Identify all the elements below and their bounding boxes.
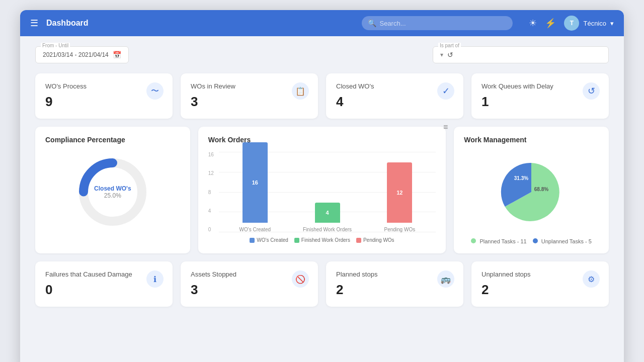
- bar-finished: 4: [315, 203, 340, 223]
- is-part-label: Is part of: [438, 43, 461, 48]
- donut-pct: 25.0%: [94, 192, 131, 199]
- stat-card-wos-review: WOs in Review 3 📋: [181, 73, 318, 119]
- planned-legend-item: Planned Tasks - 11: [471, 238, 526, 244]
- search-icon: 🔍: [368, 19, 376, 27]
- bar-group-created: 16 WO's Created: [219, 142, 291, 232]
- date-picker[interactable]: From - Until 2021/03/14 - 2021/04/14 📅: [35, 46, 129, 63]
- stat-card-title: Work Queues with Delay: [481, 82, 599, 90]
- unplanned-stops-icon: ⚙: [583, 270, 600, 288]
- bar-label-finished: Finished Work Orders: [303, 227, 352, 232]
- assets-stopped-title: Assets Stopped: [191, 270, 308, 278]
- compliance-title: Compliance Percentage: [45, 136, 180, 144]
- main-content: From - Until 2021/03/14 - 2021/04/14 📅 I…: [20, 36, 624, 362]
- navbar-title: Dashboard: [46, 19, 89, 28]
- date-label: From - Until: [41, 43, 70, 48]
- failures-icon: ℹ: [146, 270, 164, 288]
- search-bar[interactable]: 🔍: [362, 16, 513, 30]
- pie-container: 68.8% 31.3% Planned Tasks - 11 Unplanned…: [464, 152, 599, 244]
- pie-chart: 68.8% 31.3%: [491, 152, 572, 232]
- bar-group-pending: 12 Pending WOs: [363, 162, 436, 232]
- planned-legend-dot: [471, 238, 476, 243]
- stat-card-wos-process: WO's Process 9 〜: [35, 73, 173, 119]
- assets-stopped-icon: 🚫: [292, 270, 309, 288]
- wos-review-icon: 📋: [292, 82, 309, 100]
- planned-pct-label: 68.8%: [534, 187, 548, 192]
- unplanned-legend-dot: [533, 238, 538, 243]
- avatar: T: [564, 16, 579, 31]
- y-label-8: 8: [208, 190, 214, 195]
- closed-wos-icon: ✓: [437, 82, 454, 100]
- stat-card-assets-stopped: Assets Stopped 3 🚫: [181, 261, 318, 307]
- hamburger-icon[interactable]: ☰: [30, 18, 38, 29]
- navbar: ☰ Dashboard 🔍 ☀ ⚡ T Técnico ▾: [20, 10, 624, 36]
- bar-label-created: WO's Created: [239, 227, 271, 232]
- bar-label-pending: Pending WOs: [384, 227, 415, 232]
- legend-finished-label: Finished Work Orders: [301, 237, 350, 243]
- bolt-icon[interactable]: ⚡: [545, 18, 556, 29]
- stat-card-closed-wos: Closed WO's 4 ✓: [326, 73, 463, 119]
- bottom-cards-row: Failures that Caused Damage 0 ℹ Assets S…: [35, 261, 609, 307]
- is-part-filter[interactable]: Is part of ▾ ↺: [433, 46, 609, 63]
- work-management-title: Work Management: [464, 136, 599, 144]
- failures-value: 0: [45, 282, 163, 298]
- stat-cards-row: WO's Process 9 〜 WOs in Review 3 📋 Close…: [35, 73, 609, 119]
- donut-center: Closed WO's 25.0%: [94, 185, 131, 199]
- legend-pending-label: Pending WOs: [363, 237, 394, 243]
- user-badge[interactable]: T Técnico ▾: [564, 16, 614, 31]
- y-label-0: 0: [208, 227, 214, 232]
- assets-stopped-value: 3: [191, 282, 308, 298]
- date-value: 2021/03/14 - 2021/04/14: [43, 51, 109, 58]
- work-management-card: Work Management 68.8% 31.3%: [454, 127, 609, 253]
- planned-stops-value: 2: [336, 282, 453, 298]
- is-part-actions: ▾ ↺: [440, 51, 453, 59]
- legend-pending: Pending WOs: [356, 237, 394, 243]
- dropdown-chevron-icon: ▾: [440, 51, 443, 58]
- work-queues-icon: ↺: [583, 82, 600, 100]
- legend-created: WO's Created: [250, 237, 288, 243]
- donut-container: Closed WO's 25.0%: [45, 152, 180, 232]
- wos-process-icon: 〜: [146, 82, 164, 100]
- donut-label: Closed WO's: [94, 185, 131, 192]
- planned-stops-title: Planned stops: [336, 270, 453, 278]
- stat-card-work-queues: Work Queues with Delay 1 ↺: [471, 73, 609, 119]
- bar-chart-area: 16 WO's Created 4 Finished Work Orders 1…: [219, 152, 436, 232]
- refresh-icon[interactable]: ↺: [447, 51, 453, 59]
- failures-title: Failures that Caused Damage: [45, 270, 163, 278]
- y-label-12: 12: [208, 170, 214, 176]
- stat-card-value: 1: [481, 94, 599, 110]
- stat-card-unplanned-stops: Unplanned stops 2 ⚙: [471, 261, 609, 307]
- unplanned-pct-label: 31.3%: [514, 175, 528, 181]
- sun-icon[interactable]: ☀: [529, 18, 537, 29]
- stat-card-title: WO's Process: [45, 82, 163, 90]
- y-label-4: 4: [208, 208, 214, 214]
- unplanned-stops-value: 2: [481, 282, 599, 298]
- donut-chart: Closed WO's 25.0%: [72, 152, 153, 232]
- compliance-card: Compliance Percentage Closed WO's 25.0: [35, 127, 190, 253]
- pie-legend: Planned Tasks - 11 Unplanned Tasks - 5: [471, 238, 592, 244]
- legend-finished: Finished Work Orders: [294, 237, 350, 243]
- chevron-down-icon: ▾: [610, 20, 614, 27]
- stat-card-title: WOs in Review: [191, 82, 308, 90]
- navbar-brand: Dashboard: [46, 19, 89, 28]
- nav-actions: ☀ ⚡ T Técnico ▾: [529, 16, 614, 31]
- calendar-icon: 📅: [113, 51, 121, 59]
- y-label-16: 16: [208, 152, 214, 157]
- stat-card-planned-stops: Planned stops 2 🚌: [326, 261, 463, 307]
- filter-bar: From - Until 2021/03/14 - 2021/04/14 📅 I…: [35, 46, 609, 63]
- unplanned-legend-label: Unplanned Tasks - 5: [541, 238, 592, 244]
- work-orders-card: Work Orders ≡ 0 4 8 12 16: [198, 127, 446, 253]
- legend-created-label: WO's Created: [257, 237, 288, 243]
- stat-card-value: 9: [45, 94, 163, 110]
- search-input[interactable]: [379, 20, 507, 27]
- unplanned-stops-title: Unplanned stops: [481, 270, 599, 278]
- chart-menu-icon[interactable]: ≡: [443, 123, 448, 132]
- stat-card-value: 4: [336, 94, 453, 110]
- bar-group-finished: 4 Finished Work Orders: [291, 203, 364, 232]
- stat-card-value: 3: [191, 94, 308, 110]
- stat-card-title: Closed WO's: [336, 82, 453, 90]
- bars-area: 16 WO's Created 4 Finished Work Orders 1…: [219, 152, 436, 232]
- unplanned-legend-item: Unplanned Tasks - 5: [533, 238, 592, 244]
- planned-stops-icon: 🚌: [437, 270, 454, 288]
- user-name: Técnico: [583, 20, 606, 27]
- planned-legend-label: Planned Tasks - 11: [479, 238, 526, 244]
